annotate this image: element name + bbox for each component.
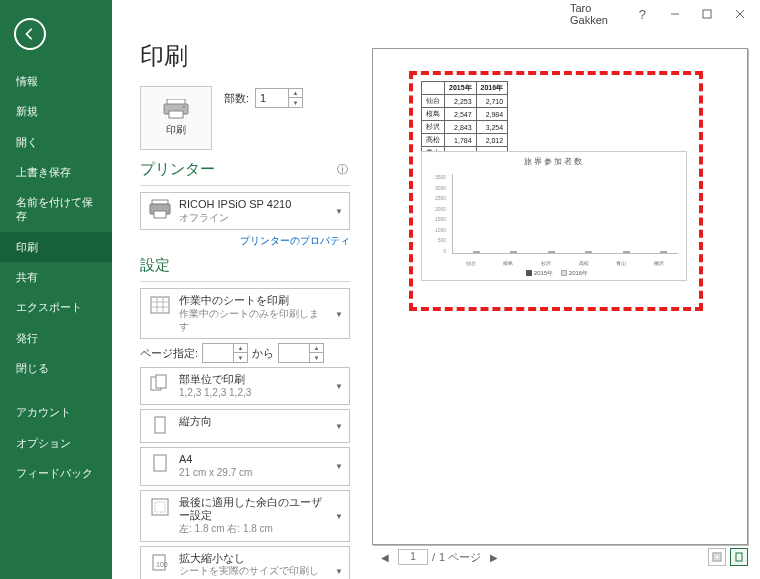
svg-rect-26 [736, 553, 742, 561]
chevron-down-icon: ▼ [335, 462, 343, 471]
minimize-button[interactable] [659, 0, 691, 28]
copies-label: 部数: [224, 91, 249, 106]
help-button[interactable]: ? [626, 0, 658, 28]
print-button-label: 印刷 [166, 123, 186, 137]
range-from-input[interactable]: ▲▼ [202, 343, 248, 363]
page-total: 1 ページ [439, 550, 481, 565]
page-number-input[interactable]: 1 [398, 549, 428, 565]
svg-rect-1 [703, 10, 711, 18]
orientation-dropdown[interactable]: 縦方向 ▼ [140, 409, 350, 443]
sidebar-item[interactable]: エクスポート [0, 292, 112, 322]
svg-rect-10 [154, 211, 166, 218]
range-sep: から [252, 346, 274, 361]
range-label: ページ指定: [140, 346, 198, 361]
refresh-icon[interactable]: ⓘ [337, 162, 348, 177]
titlebar: Taro Gakken ? [0, 0, 760, 28]
paper-size-dropdown[interactable]: A421 cm x 29.7 cm ▼ [140, 447, 350, 485]
chevron-down-icon: ▼ [335, 422, 343, 431]
sidebar-item[interactable]: 上書き保存 [0, 157, 112, 187]
collate-icon [149, 373, 171, 395]
svg-rect-25 [715, 555, 719, 559]
sidebar-item[interactable]: フィードバック [0, 458, 112, 488]
chevron-down-icon: ▼ [335, 566, 343, 575]
collate-dropdown[interactable]: 部単位で印刷1,2,3 1,2,3 1,2,3 ▼ [140, 367, 350, 405]
chevron-down-icon: ▼ [335, 382, 343, 391]
svg-rect-11 [151, 297, 169, 313]
chevron-down-icon: ▼ [335, 511, 343, 520]
close-button[interactable] [724, 0, 756, 28]
svg-rect-19 [154, 455, 166, 471]
svg-point-7 [183, 106, 185, 108]
margins-icon [149, 496, 171, 518]
scaling-dropdown[interactable]: 100 拡大縮小なしシートを実際のサイズで印刷します ▼ [140, 546, 350, 580]
sidebar-item[interactable]: 名前を付けて保存 [0, 187, 112, 232]
svg-rect-6 [169, 111, 183, 118]
chart-title: 旅界参加者数 [422, 156, 686, 167]
svg-rect-24 [713, 553, 721, 561]
backstage-sidebar: 情報新規開く上書き保存名前を付けて保存印刷共有エクスポート発行閉じる アカウント… [0, 0, 112, 579]
svg-rect-18 [155, 417, 165, 433]
prev-page-button[interactable]: ◀ [376, 552, 394, 563]
maximize-button[interactable] [691, 0, 723, 28]
print-scope-dropdown[interactable]: 作業中のシートを印刷作業中のシートのみを印刷します ▼ [140, 288, 350, 339]
preview-chart: 旅界参加者数 3500300025002000150010005000 仙台桜島… [421, 151, 687, 281]
print-button[interactable]: 印刷 [140, 86, 212, 150]
paper-icon [149, 453, 171, 475]
sidebar-item[interactable]: 情報 [0, 66, 112, 96]
svg-rect-17 [156, 375, 166, 388]
sheet-icon [149, 294, 171, 316]
printer-heading: プリンター [140, 160, 360, 179]
spin-down-icon[interactable]: ▼ [289, 98, 302, 107]
sidebar-item[interactable]: 印刷 [0, 232, 112, 262]
print-panel: 印刷 印刷 部数: 1 ▲▼ プリンター ⓘ RICOH IPSiO SP 42… [112, 28, 360, 579]
copies-input[interactable]: 1 ▲▼ [255, 88, 303, 108]
chevron-down-icon: ▼ [335, 309, 343, 318]
settings-heading: 設定 [140, 256, 360, 275]
scale-icon: 100 [149, 552, 171, 574]
user-name: Taro Gakken [570, 2, 626, 26]
svg-text:100: 100 [156, 561, 168, 568]
printer-dropdown[interactable]: RICOH IPSiO SP 4210オフライン ▼ [140, 192, 350, 230]
sidebar-item[interactable]: 共有 [0, 262, 112, 292]
chevron-down-icon: ▼ [335, 207, 343, 216]
sidebar-item[interactable]: 新規 [0, 96, 112, 126]
printer-icon [149, 198, 171, 220]
preview-status-bar: ◀ 1 / 1 ページ ▶ [372, 545, 748, 569]
sidebar-item[interactable]: 開く [0, 127, 112, 157]
margins-dropdown[interactable]: 最後に適用した余白のユーザー設定左: 1.8 cm 右: 1.8 cm ▼ [140, 490, 350, 542]
sidebar-item[interactable]: 閉じる [0, 353, 112, 383]
page-title: 印刷 [140, 40, 360, 72]
preview-page: 2015年2016年仙台2,2532,710桜島2,5472,984杉沢2,84… [372, 48, 748, 545]
printer-properties-link[interactable]: プリンターのプロパティ [140, 234, 350, 248]
svg-rect-20 [152, 499, 168, 515]
back-button[interactable] [14, 18, 46, 50]
zoom-to-page-button[interactable] [730, 548, 748, 566]
sidebar-item[interactable]: アカウント [0, 397, 112, 427]
printer-icon [163, 99, 189, 119]
next-page-button[interactable]: ▶ [485, 552, 503, 563]
range-to-input[interactable]: ▲▼ [278, 343, 324, 363]
highlight-box: 2015年2016年仙台2,2532,710桜島2,5472,984杉沢2,84… [409, 71, 703, 311]
spin-up-icon[interactable]: ▲ [289, 89, 302, 98]
show-margins-button[interactable] [708, 548, 726, 566]
sidebar-item[interactable]: 発行 [0, 323, 112, 353]
portrait-icon [149, 415, 171, 437]
print-preview: 2015年2016年仙台2,2532,710桜島2,5472,984杉沢2,84… [360, 28, 760, 579]
sidebar-item[interactable]: オプション [0, 428, 112, 458]
